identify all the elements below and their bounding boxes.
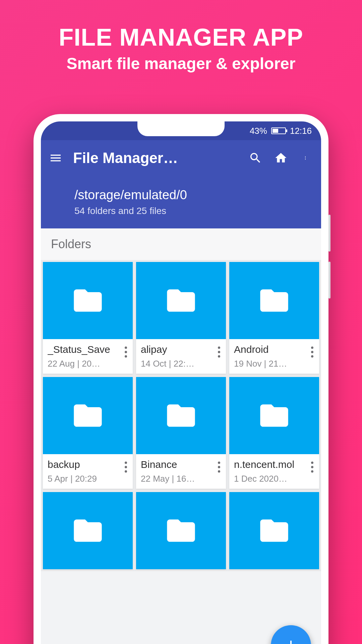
phone-notch bbox=[137, 121, 225, 136]
folder-date: 1 Dec 2020… bbox=[234, 474, 306, 484]
phone-side-button bbox=[328, 215, 330, 252]
folder-icon bbox=[68, 399, 108, 432]
folder-date: 19 Nov | 21… bbox=[234, 359, 306, 369]
folder-overflow-button[interactable] bbox=[121, 344, 131, 358]
svg-point-1 bbox=[305, 158, 306, 158]
folder-icon bbox=[68, 284, 108, 317]
folder-icon bbox=[254, 399, 294, 432]
phone-side-button bbox=[328, 262, 330, 299]
folder-name: Binance bbox=[141, 459, 213, 470]
folder-thumb bbox=[43, 262, 133, 339]
folder-card[interactable]: backup5 Apr | 20:29 bbox=[43, 377, 133, 489]
folder-card[interactable]: Android19 Nov | 21… bbox=[229, 262, 319, 374]
folder-name: Android bbox=[234, 344, 306, 355]
hamburger-icon bbox=[49, 151, 62, 165]
menu-button[interactable] bbox=[48, 150, 64, 166]
folder-icon bbox=[254, 284, 294, 317]
folder-overflow-button[interactable] bbox=[121, 459, 131, 473]
fab-add-button[interactable] bbox=[271, 625, 311, 644]
overflow-button[interactable] bbox=[298, 150, 314, 166]
home-button[interactable] bbox=[273, 150, 289, 166]
folder-file-counts: 54 folders and 25 files bbox=[74, 206, 314, 216]
folder-date: 5 Apr | 20:29 bbox=[48, 474, 119, 484]
current-path[interactable]: /storage/emulated/0 bbox=[74, 188, 314, 202]
folder-icon bbox=[68, 514, 108, 547]
folder-card[interactable]: _Status_Save22 Aug | 20… bbox=[43, 262, 133, 374]
folder-thumb bbox=[229, 262, 319, 339]
app-bar-top: File Manager… bbox=[48, 150, 314, 166]
folder-overflow-button[interactable] bbox=[307, 344, 317, 358]
folder-icon bbox=[161, 399, 201, 432]
folder-overflow-button[interactable] bbox=[214, 459, 224, 473]
battery-fill bbox=[273, 129, 278, 133]
app-title: File Manager… bbox=[73, 150, 238, 166]
promo-subtitle: Smart file manager & explorer bbox=[0, 54, 362, 73]
folder-meta: Android19 Nov | 21… bbox=[229, 339, 319, 374]
folder-grid[interactable]: _Status_Save22 Aug | 20…alipay14 Oct | 2… bbox=[41, 260, 321, 571]
status-battery-text: 43% bbox=[250, 126, 267, 136]
folder-overflow-button[interactable] bbox=[214, 344, 224, 358]
folder-date: 22 May | 16… bbox=[141, 474, 213, 484]
plus-icon bbox=[283, 637, 299, 644]
folder-thumb bbox=[43, 377, 133, 454]
phone-screen: 43% 12:16 File Manager… bbox=[41, 121, 321, 644]
folder-meta: backup5 Apr | 20:29 bbox=[43, 454, 133, 489]
folder-meta: Binance22 May | 16… bbox=[136, 454, 226, 489]
section-header-folders: Folders bbox=[41, 228, 321, 260]
phone-frame: 43% 12:16 File Manager… bbox=[34, 114, 328, 644]
status-time: 12:16 bbox=[290, 126, 312, 136]
folder-icon bbox=[254, 514, 294, 547]
folder-thumb bbox=[229, 492, 319, 569]
folder-thumb bbox=[136, 377, 226, 454]
more-vert-icon bbox=[304, 151, 308, 165]
folder-card[interactable]: n.tencent.mol1 Dec 2020… bbox=[229, 377, 319, 489]
folder-overflow-button[interactable] bbox=[307, 459, 317, 473]
folder-thumb bbox=[136, 262, 226, 339]
folder-card[interactable] bbox=[136, 492, 226, 569]
folder-meta: alipay14 Oct | 22:… bbox=[136, 339, 226, 374]
promo-header: FILE MANAGER APP Smart file manager & ex… bbox=[0, 0, 362, 73]
folder-thumb bbox=[43, 492, 133, 569]
search-icon bbox=[249, 151, 262, 165]
folder-name: n.tencent.mol bbox=[234, 459, 306, 470]
folder-date: 14 Oct | 22:… bbox=[141, 359, 213, 369]
app-bar-path-block: /storage/emulated/0 54 folders and 25 fi… bbox=[48, 188, 314, 216]
folder-card[interactable] bbox=[229, 492, 319, 569]
folder-card[interactable]: alipay14 Oct | 22:… bbox=[136, 262, 226, 374]
battery-icon bbox=[271, 127, 286, 134]
folder-thumb bbox=[136, 492, 226, 569]
app-bar: File Manager… /storage/emulated/0 54 fol… bbox=[41, 140, 321, 228]
folder-thumb bbox=[229, 377, 319, 454]
folder-icon bbox=[161, 284, 201, 317]
folder-meta: n.tencent.mol1 Dec 2020… bbox=[229, 454, 319, 489]
svg-point-2 bbox=[305, 159, 306, 160]
folder-card[interactable] bbox=[43, 492, 133, 569]
folder-name: _Status_Save bbox=[48, 344, 119, 355]
folder-icon bbox=[161, 514, 201, 547]
folder-date: 22 Aug | 20… bbox=[48, 359, 119, 369]
folder-card[interactable]: Binance22 May | 16… bbox=[136, 377, 226, 489]
folder-name: backup bbox=[48, 459, 119, 470]
search-button[interactable] bbox=[247, 150, 263, 166]
svg-point-0 bbox=[305, 156, 306, 157]
promo-title: FILE MANAGER APP bbox=[0, 23, 362, 51]
folder-name: alipay bbox=[141, 344, 213, 355]
folder-meta: _Status_Save22 Aug | 20… bbox=[43, 339, 133, 374]
home-icon bbox=[274, 151, 288, 165]
